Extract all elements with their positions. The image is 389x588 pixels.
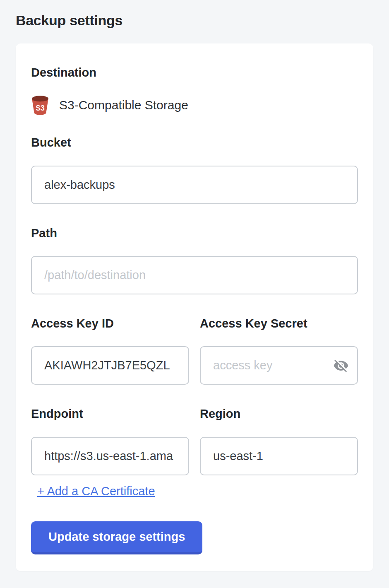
access-key-id-label: Access Key ID <box>31 317 189 330</box>
page-title: Backup settings <box>16 12 373 29</box>
path-label: Path <box>31 227 358 240</box>
endpoint-region-row: Endpoint Region <box>31 407 358 475</box>
submit-row: Update storage settings <box>31 498 358 554</box>
access-keys-row: Access Key ID Access Key Secret <box>31 317 358 385</box>
endpoint-label: Endpoint <box>31 407 189 421</box>
region-label: Region <box>200 407 358 421</box>
destination-row: S3 S3-Compatible Storage <box>31 95 358 115</box>
destination-value: S3-Compatible Storage <box>59 98 188 112</box>
path-field: Path <box>31 227 358 294</box>
access-key-secret-input-wrap <box>200 346 358 385</box>
bucket-label: Bucket <box>31 136 358 149</box>
bucket-input[interactable] <box>31 166 358 204</box>
access-key-secret-label: Access Key Secret <box>200 317 358 330</box>
access-key-id-input[interactable] <box>31 346 189 385</box>
s3-bucket-icon: S3 <box>31 95 49 115</box>
access-key-id-field: Access Key ID <box>31 317 189 385</box>
destination-label: Destination <box>31 66 358 80</box>
access-key-secret-field: Access Key Secret <box>200 317 358 385</box>
bucket-field: Bucket <box>31 136 358 204</box>
toggle-secret-visibility-button[interactable] <box>332 357 350 374</box>
region-input[interactable] <box>200 437 358 475</box>
eye-off-icon <box>333 358 349 374</box>
update-storage-settings-button[interactable]: Update storage settings <box>31 521 202 554</box>
backup-settings-card: Destination S3 S3-Compatible Storage Buc… <box>16 43 373 571</box>
region-field: Region <box>200 407 358 475</box>
endpoint-input[interactable] <box>31 437 189 475</box>
add-ca-certificate-link[interactable]: + Add a CA Certificate <box>37 484 155 498</box>
path-input[interactable] <box>31 256 358 294</box>
s3-icon-text: S3 <box>36 104 45 113</box>
backup-settings-page: Backup settings Destination S3 S3-Compat… <box>0 0 389 571</box>
endpoint-field: Endpoint <box>31 407 189 475</box>
